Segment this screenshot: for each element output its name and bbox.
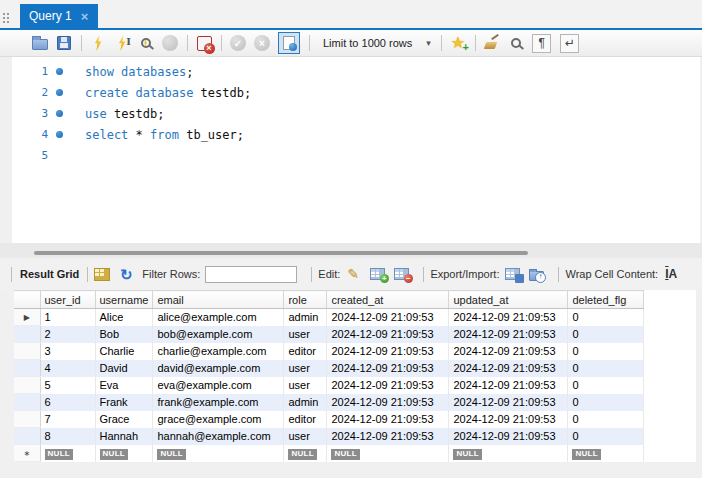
row-selector-cell[interactable] [14,343,40,360]
grid-cell[interactable]: 2024-12-09 21:09:53 [449,360,568,377]
grid-cell[interactable]: 0 [568,394,644,411]
row-selector-cell[interactable] [14,326,40,343]
show-invisibles-button[interactable]: ¶ [531,34,553,52]
editor-line[interactable]: 2create database testdb; [12,82,700,103]
grid-cell[interactable]: 2024-12-09 21:09:53 [327,428,449,445]
grid-cell[interactable]: Alice [95,309,153,326]
grid-cell[interactable]: 2024-12-09 21:09:53 [449,309,568,326]
row-selector-cell[interactable] [14,377,40,394]
grid-cell[interactable]: user [284,377,327,394]
find-button[interactable] [507,34,525,52]
row-selector-cell[interactable] [14,428,40,445]
grid-cell[interactable]: 2024-12-09 21:09:53 [449,394,568,411]
grid-cell[interactable]: 2024-12-09 21:09:53 [327,343,449,360]
grid-cell[interactable]: Bob [95,326,153,343]
refresh-button[interactable]: ↻ [118,267,134,282]
table-row[interactable]: 8Hannahhannah@example.comuser2024-12-09 … [14,428,644,445]
grid-cell[interactable]: hannah@example.com [153,428,284,445]
grid-cell[interactable]: eva@example.com [153,377,284,394]
editor-line[interactable]: 1show databases; [12,61,700,82]
grid-cell[interactable]: 7 [40,411,95,428]
grid-cell[interactable]: admin [284,309,327,326]
explain-plan-button[interactable] [137,34,155,52]
commit-button[interactable]: ✓ [229,34,247,52]
grid-cell[interactable]: 0 [568,428,644,445]
limit-rows-dropdown[interactable]: Limit to 1000 rows ▾ [319,35,435,51]
table-row[interactable]: 5Evaeva@example.comuser2024-12-09 21:09:… [14,377,644,394]
grid-cell[interactable]: 2024-12-09 21:09:53 [449,326,568,343]
save-script-button[interactable] [55,34,73,52]
table-row[interactable]: 3Charliecharlie@example.comeditor2024-12… [14,343,644,360]
grid-cell[interactable]: Grace [95,411,153,428]
grid-cell[interactable]: 2024-12-09 21:09:53 [449,343,568,360]
execute-button[interactable] [89,34,107,52]
grid-column-header-email[interactable]: email [153,291,284,309]
close-tab-icon[interactable]: × [81,10,89,23]
table-row[interactable]: 4Daviddavid@example.comuser2024-12-09 21… [14,360,644,377]
editor-horizontal-scrollbar[interactable] [0,243,702,258]
toggle-stop-on-error-button[interactable] [195,34,213,52]
grid-cell-null[interactable]: NULL [153,445,284,462]
grid-cell-null[interactable]: NULL [95,445,153,462]
grid-cell[interactable]: 0 [568,360,644,377]
edit-record-button[interactable]: ✎ [345,266,361,282]
scrollbar-thumb[interactable] [34,251,528,255]
grid-cell[interactable]: 0 [568,377,644,394]
grid-cell[interactable]: user [284,326,327,343]
result-grid-view-button[interactable] [94,268,110,281]
grid-cell[interactable]: 3 [40,343,95,360]
grid-cell[interactable]: 6 [40,394,95,411]
grid-column-header-user_id[interactable]: user_id [40,291,95,309]
grid-cell[interactable]: 2024-12-09 21:09:53 [449,377,568,394]
editor-line[interactable]: 3use testdb; [12,103,700,124]
dock-grip[interactable] [2,12,10,24]
grid-column-header-username[interactable]: username [95,291,153,309]
grid-column-header-updated_at[interactable]: updated_at [449,291,568,309]
grid-cell[interactable]: 0 [568,326,644,343]
wrap-lines-button[interactable]: ↵ [559,34,581,52]
grid-cell-null[interactable]: NULL [284,445,327,462]
grid-cell[interactable]: editor [284,411,327,428]
sql-editor[interactable]: 1show databases;2create database testdb;… [12,57,700,243]
grid-cell[interactable]: 0 [568,309,644,326]
grid-cell[interactable]: 2 [40,326,95,343]
row-selector-header[interactable] [14,291,40,309]
new-row-marker-icon[interactable]: ∗ [14,445,40,462]
grid-column-header-deleted_flg[interactable]: deleted_flg [568,291,644,309]
export-recordset-button[interactable] [504,268,520,280]
grid-cell[interactable]: user [284,360,327,377]
grid-cell[interactable]: 2024-12-09 21:09:53 [327,377,449,394]
grid-cell[interactable]: 8 [40,428,95,445]
row-selector-cell[interactable] [14,394,40,411]
grid-cell[interactable]: 2024-12-09 21:09:53 [327,394,449,411]
grid-cell[interactable]: 1 [40,309,95,326]
grid-cell[interactable]: Hannah [95,428,153,445]
grid-cell-null[interactable]: NULL [449,445,568,462]
editor-line[interactable]: 5 [12,145,700,166]
grid-cell-null[interactable]: NULL [40,445,95,462]
insert-row-button[interactable]: + [369,268,385,280]
grid-cell[interactable]: admin [284,394,327,411]
grid-cell[interactable]: 2024-12-09 21:09:53 [327,411,449,428]
result-grid-table[interactable]: user_idusernameemailrolecreated_atupdate… [14,290,644,462]
grid-cell[interactable]: grace@example.com [153,411,284,428]
grid-cell[interactable]: 0 [568,411,644,428]
new-row-placeholder[interactable]: ∗NULLNULLNULLNULLNULLNULLNULL [14,445,644,462]
grid-cell[interactable]: Frank [95,394,153,411]
grid-cell[interactable]: 2024-12-09 21:09:53 [327,309,449,326]
grid-cell[interactable]: frank@example.com [153,394,284,411]
rollback-button[interactable]: × [253,34,271,52]
grid-cell[interactable]: 4 [40,360,95,377]
grid-cell[interactable]: alice@example.com [153,309,284,326]
autocommit-toggle-button[interactable] [277,34,301,52]
open-script-button[interactable] [31,34,49,52]
grid-cell[interactable]: 5 [40,377,95,394]
grid-column-header-created_at[interactable]: created_at [327,291,449,309]
row-selector-cell[interactable] [14,360,40,377]
table-row[interactable]: 2Bobbob@example.comuser2024-12-09 21:09:… [14,326,644,343]
filter-rows-input[interactable] [205,266,297,283]
grid-cell[interactable]: 2024-12-09 21:09:53 [327,326,449,343]
grid-cell[interactable]: David [95,360,153,377]
row-selector-cell[interactable]: ▶ [14,309,40,326]
table-row[interactable]: ▶1Alicealice@example.comadmin2024-12-09 … [14,309,644,326]
